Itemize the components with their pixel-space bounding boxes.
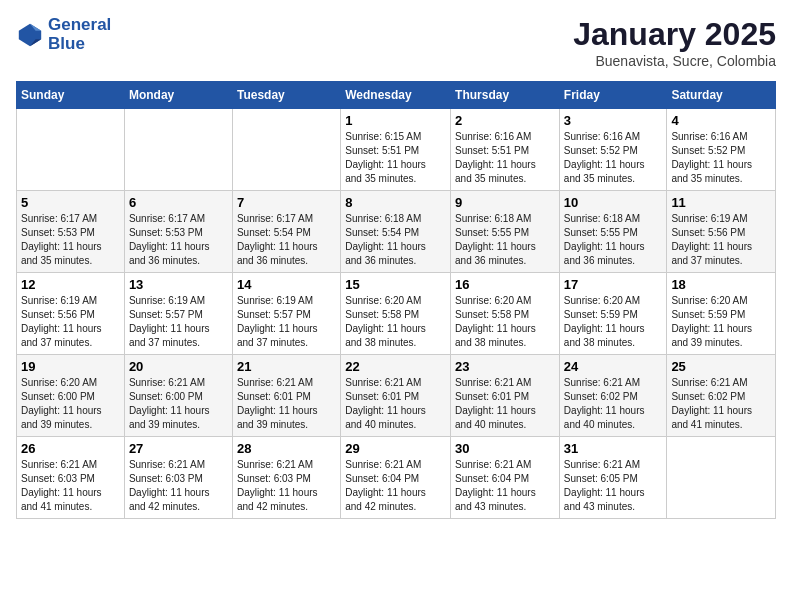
- day-number: 27: [129, 441, 228, 456]
- weekday-header-thursday: Thursday: [451, 82, 560, 109]
- day-info: Sunrise: 6:21 AM Sunset: 6:03 PM Dayligh…: [21, 458, 120, 514]
- logo: General Blue: [16, 16, 111, 53]
- calendar-cell: 27Sunrise: 6:21 AM Sunset: 6:03 PM Dayli…: [124, 437, 232, 519]
- weekday-header-row: SundayMondayTuesdayWednesdayThursdayFrid…: [17, 82, 776, 109]
- day-info: Sunrise: 6:20 AM Sunset: 6:00 PM Dayligh…: [21, 376, 120, 432]
- calendar-week-2: 5Sunrise: 6:17 AM Sunset: 5:53 PM Daylig…: [17, 191, 776, 273]
- day-number: 6: [129, 195, 228, 210]
- calendar-cell: 23Sunrise: 6:21 AM Sunset: 6:01 PM Dayli…: [451, 355, 560, 437]
- calendar-cell: 1Sunrise: 6:15 AM Sunset: 5:51 PM Daylig…: [341, 109, 451, 191]
- day-number: 19: [21, 359, 120, 374]
- calendar-cell: [17, 109, 125, 191]
- svg-marker-0: [19, 23, 41, 45]
- calendar-cell: 11Sunrise: 6:19 AM Sunset: 5:56 PM Dayli…: [667, 191, 776, 273]
- calendar-cell: 12Sunrise: 6:19 AM Sunset: 5:56 PM Dayli…: [17, 273, 125, 355]
- day-number: 15: [345, 277, 446, 292]
- calendar-week-3: 12Sunrise: 6:19 AM Sunset: 5:56 PM Dayli…: [17, 273, 776, 355]
- calendar-week-1: 1Sunrise: 6:15 AM Sunset: 5:51 PM Daylig…: [17, 109, 776, 191]
- calendar-cell: 31Sunrise: 6:21 AM Sunset: 6:05 PM Dayli…: [559, 437, 667, 519]
- day-info: Sunrise: 6:20 AM Sunset: 5:59 PM Dayligh…: [564, 294, 663, 350]
- day-number: 9: [455, 195, 555, 210]
- calendar-cell: 13Sunrise: 6:19 AM Sunset: 5:57 PM Dayli…: [124, 273, 232, 355]
- calendar-cell: 9Sunrise: 6:18 AM Sunset: 5:55 PM Daylig…: [451, 191, 560, 273]
- weekday-header-friday: Friday: [559, 82, 667, 109]
- day-info: Sunrise: 6:20 AM Sunset: 5:58 PM Dayligh…: [345, 294, 446, 350]
- day-number: 22: [345, 359, 446, 374]
- day-info: Sunrise: 6:19 AM Sunset: 5:57 PM Dayligh…: [237, 294, 336, 350]
- day-number: 18: [671, 277, 771, 292]
- day-info: Sunrise: 6:20 AM Sunset: 5:58 PM Dayligh…: [455, 294, 555, 350]
- calendar-table: SundayMondayTuesdayWednesdayThursdayFrid…: [16, 81, 776, 519]
- day-number: 11: [671, 195, 771, 210]
- calendar-cell: 29Sunrise: 6:21 AM Sunset: 6:04 PM Dayli…: [341, 437, 451, 519]
- day-info: Sunrise: 6:16 AM Sunset: 5:52 PM Dayligh…: [671, 130, 771, 186]
- day-info: Sunrise: 6:17 AM Sunset: 5:53 PM Dayligh…: [21, 212, 120, 268]
- day-number: 13: [129, 277, 228, 292]
- calendar-cell: [124, 109, 232, 191]
- day-number: 29: [345, 441, 446, 456]
- calendar-cell: [667, 437, 776, 519]
- weekday-header-wednesday: Wednesday: [341, 82, 451, 109]
- calendar-cell: 21Sunrise: 6:21 AM Sunset: 6:01 PM Dayli…: [232, 355, 340, 437]
- day-info: Sunrise: 6:16 AM Sunset: 5:51 PM Dayligh…: [455, 130, 555, 186]
- day-info: Sunrise: 6:21 AM Sunset: 6:04 PM Dayligh…: [455, 458, 555, 514]
- day-info: Sunrise: 6:17 AM Sunset: 5:53 PM Dayligh…: [129, 212, 228, 268]
- day-number: 5: [21, 195, 120, 210]
- calendar-cell: 10Sunrise: 6:18 AM Sunset: 5:55 PM Dayli…: [559, 191, 667, 273]
- calendar-cell: 24Sunrise: 6:21 AM Sunset: 6:02 PM Dayli…: [559, 355, 667, 437]
- day-number: 16: [455, 277, 555, 292]
- location-subtitle: Buenavista, Sucre, Colombia: [573, 53, 776, 69]
- calendar-cell: 6Sunrise: 6:17 AM Sunset: 5:53 PM Daylig…: [124, 191, 232, 273]
- day-number: 4: [671, 113, 771, 128]
- day-number: 2: [455, 113, 555, 128]
- day-number: 3: [564, 113, 663, 128]
- calendar-cell: 20Sunrise: 6:21 AM Sunset: 6:00 PM Dayli…: [124, 355, 232, 437]
- day-info: Sunrise: 6:16 AM Sunset: 5:52 PM Dayligh…: [564, 130, 663, 186]
- day-number: 8: [345, 195, 446, 210]
- day-number: 14: [237, 277, 336, 292]
- day-info: Sunrise: 6:18 AM Sunset: 5:55 PM Dayligh…: [564, 212, 663, 268]
- day-number: 10: [564, 195, 663, 210]
- day-info: Sunrise: 6:17 AM Sunset: 5:54 PM Dayligh…: [237, 212, 336, 268]
- day-info: Sunrise: 6:18 AM Sunset: 5:55 PM Dayligh…: [455, 212, 555, 268]
- day-info: Sunrise: 6:15 AM Sunset: 5:51 PM Dayligh…: [345, 130, 446, 186]
- day-info: Sunrise: 6:21 AM Sunset: 6:02 PM Dayligh…: [564, 376, 663, 432]
- calendar-cell: 14Sunrise: 6:19 AM Sunset: 5:57 PM Dayli…: [232, 273, 340, 355]
- day-number: 20: [129, 359, 228, 374]
- day-info: Sunrise: 6:21 AM Sunset: 6:02 PM Dayligh…: [671, 376, 771, 432]
- day-info: Sunrise: 6:21 AM Sunset: 6:01 PM Dayligh…: [237, 376, 336, 432]
- day-info: Sunrise: 6:19 AM Sunset: 5:57 PM Dayligh…: [129, 294, 228, 350]
- day-info: Sunrise: 6:21 AM Sunset: 6:01 PM Dayligh…: [345, 376, 446, 432]
- day-info: Sunrise: 6:19 AM Sunset: 5:56 PM Dayligh…: [21, 294, 120, 350]
- day-number: 24: [564, 359, 663, 374]
- calendar-cell: 7Sunrise: 6:17 AM Sunset: 5:54 PM Daylig…: [232, 191, 340, 273]
- day-info: Sunrise: 6:21 AM Sunset: 6:05 PM Dayligh…: [564, 458, 663, 514]
- weekday-header-tuesday: Tuesday: [232, 82, 340, 109]
- day-number: 21: [237, 359, 336, 374]
- day-number: 7: [237, 195, 336, 210]
- weekday-header-sunday: Sunday: [17, 82, 125, 109]
- calendar-cell: 19Sunrise: 6:20 AM Sunset: 6:00 PM Dayli…: [17, 355, 125, 437]
- day-info: Sunrise: 6:20 AM Sunset: 5:59 PM Dayligh…: [671, 294, 771, 350]
- day-info: Sunrise: 6:18 AM Sunset: 5:54 PM Dayligh…: [345, 212, 446, 268]
- day-number: 25: [671, 359, 771, 374]
- day-info: Sunrise: 6:21 AM Sunset: 6:01 PM Dayligh…: [455, 376, 555, 432]
- calendar-cell: 25Sunrise: 6:21 AM Sunset: 6:02 PM Dayli…: [667, 355, 776, 437]
- weekday-header-saturday: Saturday: [667, 82, 776, 109]
- calendar-cell: 18Sunrise: 6:20 AM Sunset: 5:59 PM Dayli…: [667, 273, 776, 355]
- calendar-body: 1Sunrise: 6:15 AM Sunset: 5:51 PM Daylig…: [17, 109, 776, 519]
- calendar-cell: 3Sunrise: 6:16 AM Sunset: 5:52 PM Daylig…: [559, 109, 667, 191]
- calendar-cell: [232, 109, 340, 191]
- calendar-cell: 2Sunrise: 6:16 AM Sunset: 5:51 PM Daylig…: [451, 109, 560, 191]
- calendar-cell: 17Sunrise: 6:20 AM Sunset: 5:59 PM Dayli…: [559, 273, 667, 355]
- day-number: 30: [455, 441, 555, 456]
- title-block: January 2025 Buenavista, Sucre, Colombia: [573, 16, 776, 69]
- day-info: Sunrise: 6:21 AM Sunset: 6:04 PM Dayligh…: [345, 458, 446, 514]
- calendar-cell: 15Sunrise: 6:20 AM Sunset: 5:58 PM Dayli…: [341, 273, 451, 355]
- calendar-cell: 26Sunrise: 6:21 AM Sunset: 6:03 PM Dayli…: [17, 437, 125, 519]
- weekday-header-monday: Monday: [124, 82, 232, 109]
- day-number: 23: [455, 359, 555, 374]
- day-number: 26: [21, 441, 120, 456]
- day-info: Sunrise: 6:19 AM Sunset: 5:56 PM Dayligh…: [671, 212, 771, 268]
- month-title: January 2025: [573, 16, 776, 53]
